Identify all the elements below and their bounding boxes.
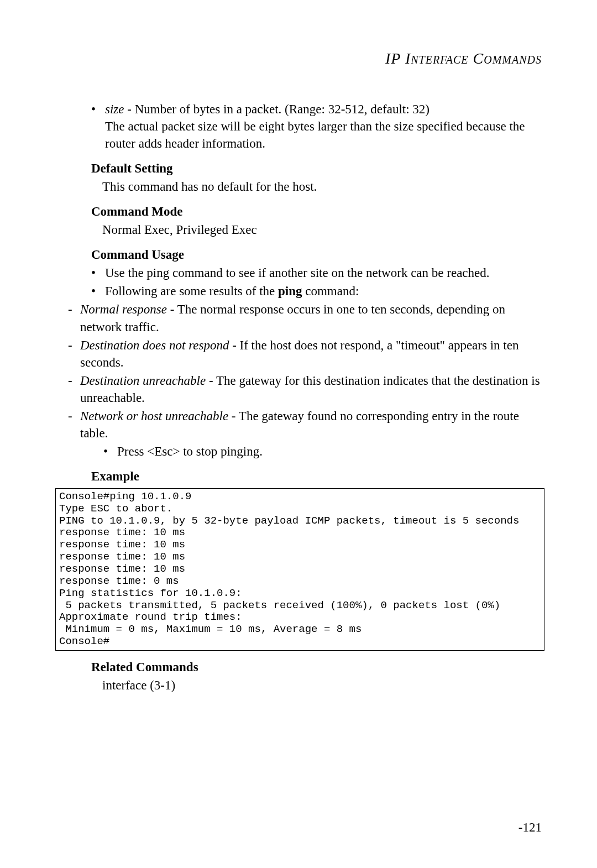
usage-dash-4: - Network or host unreachable - The gate… [68, 407, 542, 442]
size-bullet: • size - Number of bytes in a packet. (R… [91, 101, 542, 152]
example-heading: Example [55, 468, 542, 485]
dash2-term: Destination does not respond [80, 338, 229, 352]
usage-dash-4-text: Network or host unreachable - The gatewa… [80, 407, 542, 442]
usage-bullet-1: • Use the ping command to see if another… [91, 264, 542, 281]
bullet-icon: • [103, 443, 117, 460]
command-usage-heading: Command Usage [55, 246, 542, 263]
usage-dash-2-text: Destination does not respond - If the ho… [80, 337, 542, 371]
size-bullet-text: size - Number of bytes in a packet. (Ran… [105, 101, 542, 152]
dash-icon: - [68, 372, 80, 406]
usage-dash-1-text: Normal response - The normal response oc… [80, 301, 542, 335]
dash-icon: - [68, 407, 80, 442]
usage-dash-2: - Destination does not respond - If the … [68, 337, 542, 371]
size-desc2: The actual packet size will be eight byt… [105, 118, 542, 152]
size-desc1: - Number of bytes in a packet. (Range: 3… [124, 102, 430, 116]
command-mode-body: Normal Exec, Privileged Exec [102, 221, 542, 238]
default-setting-heading: Default Setting [55, 160, 542, 177]
content-body: • size - Number of bytes in a packet. (R… [55, 101, 542, 694]
related-body: interface (3-1) [102, 677, 542, 694]
dash4-term: Network or host unreachable [80, 409, 228, 423]
usage-bullet-3: • Press <Esc> to stop pinging. [103, 443, 542, 460]
bullet-icon: • [91, 101, 105, 152]
usage-b2-c: command: [302, 284, 359, 298]
command-mode-heading: Command Mode [55, 203, 542, 220]
related-heading: Related Commands [55, 658, 542, 676]
usage-dash-3: - Destination unreachable - The gateway … [68, 372, 542, 406]
usage-dash-3-text: Destination unreachable - The gateway fo… [80, 372, 542, 406]
page: IP Interface Commands • size - Number of… [0, 0, 597, 694]
dash3-term: Destination unreachable [80, 374, 206, 388]
usage-bullet-3-text: Press <Esc> to stop pinging. [117, 443, 542, 460]
usage-bullet-2-text: Following are some results of the ping c… [105, 283, 542, 300]
usage-bullet-2: • Following are some results of the ping… [91, 283, 542, 300]
page-number: -121 [519, 820, 542, 835]
dash-icon: - [68, 301, 80, 335]
usage-b2-ping: ping [278, 284, 302, 298]
example-code: Console#ping 10.1.0.9 Type ESC to abort.… [55, 488, 544, 651]
dash1-term: Normal response [80, 302, 167, 316]
bullet-icon: • [91, 264, 105, 281]
default-setting-body: This command has no default for the host… [102, 178, 542, 195]
dash-icon: - [68, 337, 80, 371]
page-header: IP Interface Commands [55, 50, 542, 67]
usage-bullet-1-text: Use the ping command to see if another s… [105, 264, 542, 281]
usage-b2-a: Following are some results of the [105, 284, 278, 298]
bullet-icon: • [91, 283, 105, 300]
usage-dash-1: - Normal response - The normal response … [68, 301, 542, 335]
size-label: size [105, 102, 124, 116]
